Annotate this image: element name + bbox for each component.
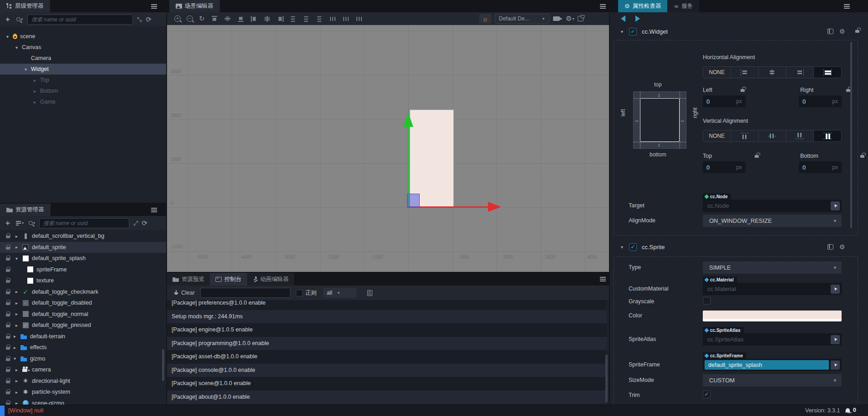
- scene-camera-button[interactable]: ▾: [553, 16, 562, 21]
- nav-forward-button[interactable]: [635, 15, 640, 22]
- trim-checkbox[interactable]: ✓: [703, 391, 711, 398]
- h-align-none-button[interactable]: NONE: [703, 67, 731, 78]
- h-align-right-button[interactable]: [786, 67, 814, 78]
- expand-all-icon[interactable]: ⤢: [133, 220, 138, 227]
- console-clear-button[interactable]: Clear: [173, 290, 195, 296]
- distribute-center-icon[interactable]: [343, 16, 350, 22]
- gizmo-anchor-handle[interactable]: [407, 194, 420, 207]
- asset-item-particle-system[interactable]: ▸✻particle-system: [0, 386, 166, 398]
- assets-refresh-icon[interactable]: ⟳: [142, 219, 147, 227]
- expand-arrow-icon[interactable]: ▾: [15, 45, 22, 50]
- assets-search-type-button[interactable]: ▾: [29, 221, 35, 225]
- expand-arrow-icon[interactable]: ▸: [14, 345, 20, 350]
- v-align-none-button[interactable]: NONE: [703, 130, 731, 141]
- console-log-list[interactable]: [Package] preferences@1.0.0 enableSetup …: [167, 300, 607, 405]
- console-scrollbar[interactable]: [605, 355, 608, 402]
- assets-scrollbar[interactable]: [162, 349, 164, 381]
- bottom-lock-icon[interactable]: [860, 153, 865, 158]
- hierarchy-search-input[interactable]: [27, 15, 133, 25]
- hierarchy-node-scene[interactable]: ▾scene: [0, 31, 166, 42]
- distribute-left-icon[interactable]: [330, 16, 337, 22]
- tab-console[interactable]: 控制台: [210, 273, 247, 286]
- expand-arrow-icon[interactable]: ▸: [15, 311, 22, 316]
- h-align-left-button[interactable]: [731, 67, 759, 78]
- hierarchy-node-canvas[interactable]: ▾Canvas: [0, 42, 166, 53]
- tab-scene[interactable]: 场景编辑器: [169, 0, 220, 12]
- hierarchy-node-widget[interactable]: ▾Widget: [0, 64, 166, 75]
- asset-item-texture[interactable]: texture: [0, 275, 166, 286]
- scene-layout-button[interactable]: [578, 16, 584, 21]
- distribute-bottom-icon[interactable]: [316, 16, 324, 22]
- widget-enabled-checkbox[interactable]: ✓: [629, 28, 637, 35]
- expand-arrow-icon[interactable]: ▸: [34, 78, 40, 83]
- distribute-middle-icon[interactable]: [303, 16, 310, 22]
- expand-arrow-icon[interactable]: ▸: [15, 323, 22, 328]
- scene-view-dropdown[interactable]: Default De… ▼: [495, 14, 549, 24]
- asset-item-effects[interactable]: ▸effects: [0, 342, 166, 353]
- asset-item-default_scrollbar_vertical_bg[interactable]: ▸default_scrollbar_vertical_bg: [0, 231, 166, 242]
- component-settings-icon[interactable]: ⚙: [839, 244, 845, 250]
- assets-search-input[interactable]: [39, 218, 129, 228]
- expand-arrow-icon[interactable]: ▾: [15, 256, 22, 261]
- hierarchy-node-camera[interactable]: Camera: [0, 53, 166, 64]
- scene-menu-icon[interactable]: [600, 4, 606, 5]
- tab-inspector[interactable]: ⚙ 属性检查器: [618, 0, 667, 12]
- hierarchy-node-bottom[interactable]: ▸Bottom: [0, 85, 166, 96]
- statusbar-message[interactable]: [Window] null: [8, 407, 43, 414]
- asset-item-camera[interactable]: ▸camera: [0, 364, 166, 376]
- pick-node-button[interactable]: ➤: [831, 201, 840, 211]
- log-level-dropdown[interactable]: all ▼: [323, 288, 356, 298]
- expand-arrow-icon[interactable]: ▸: [15, 289, 22, 294]
- asset-item-default_toggle_pressed[interactable]: ▸default_toggle_pressed: [0, 320, 166, 331]
- expand-arrow-icon[interactable]: ▾: [14, 356, 20, 361]
- log-file-icon[interactable]: [367, 290, 372, 296]
- assets-menu-icon[interactable]: [151, 208, 157, 209]
- sprite-component-header[interactable]: ▾ ✓ cc.Sprite ⚙: [610, 241, 868, 253]
- distribute-right-icon[interactable]: [356, 16, 363, 22]
- console-log-line[interactable]: [Package] programming@1.0.0 enable: [167, 337, 607, 351]
- h-align-stretch-button[interactable]: [814, 67, 841, 78]
- tab-hierarchy[interactable]: 层级管理器: [0, 0, 50, 12]
- inspector-scrollbar[interactable]: [850, 42, 852, 228]
- bottom-value-input[interactable]: 0 px: [799, 161, 842, 173]
- align-middle-icon[interactable]: [224, 16, 231, 22]
- regex-checkbox[interactable]: [296, 290, 303, 296]
- asset-item-default_toggle_checkmark[interactable]: ▸✓default_toggle_checkmark: [0, 286, 166, 298]
- asset-item-spriteFrame[interactable]: spriteFrame: [0, 264, 166, 276]
- asset-item-directional-light[interactable]: ▸✳directional-light: [0, 376, 166, 387]
- console-log-line[interactable]: [Package] engine@1.0.5 enable: [167, 323, 607, 337]
- distribute-top-icon[interactable]: [290, 16, 297, 22]
- custom-material-field[interactable]: cc.Material ➤: [703, 283, 842, 295]
- align-top-icon[interactable]: [211, 16, 218, 22]
- zoom-in-icon[interactable]: +: [174, 15, 181, 22]
- asset-item-scene-gizmo[interactable]: ▸scene-gizmo: [0, 398, 166, 405]
- top-value-input[interactable]: 0 px: [703, 161, 746, 173]
- help-doc-icon[interactable]: [827, 244, 833, 250]
- hierarchy-node-top[interactable]: ▸Top: [0, 75, 166, 85]
- hierarchy-menu-icon[interactable]: [151, 4, 157, 5]
- expand-arrow-icon[interactable]: ▾: [25, 67, 31, 72]
- expand-arrow-icon[interactable]: ▸: [15, 245, 22, 250]
- h-align-center-button[interactable]: [759, 67, 787, 78]
- create-node-button[interactable]: +: [5, 15, 10, 24]
- bell-icon[interactable]: [845, 408, 850, 413]
- v-align-middle-button[interactable]: [759, 130, 787, 141]
- pick-frame-button[interactable]: ➤: [831, 361, 840, 370]
- hierarchy-node-game[interactable]: ▸Game: [0, 96, 166, 107]
- expand-arrow-icon[interactable]: ▸: [15, 401, 22, 405]
- sprite-color-control[interactable]: [703, 311, 842, 321]
- tab-animation-editor[interactable]: 动画编辑器: [247, 273, 294, 286]
- expand-arrow-icon[interactable]: ▸: [15, 390, 22, 395]
- pick-atlas-button[interactable]: ➤: [831, 335, 840, 344]
- alignmode-dropdown[interactable]: ON_WINDOW_RESIZE ▼: [703, 215, 842, 227]
- grayscale-checkbox[interactable]: ✓: [703, 297, 711, 305]
- asset-item-default-terrain[interactable]: ▸default-terrain: [0, 331, 166, 342]
- scene-gizmo-settings-button[interactable]: ⚙▾: [566, 15, 574, 23]
- hierarchy-search-type-button[interactable]: ▾: [16, 17, 23, 21]
- asset-item-default_toggle_normal[interactable]: ▸default_toggle_normal: [0, 309, 166, 320]
- console-log-line[interactable]: [Package] preferences@1.0.0 enable: [167, 300, 607, 310]
- console-log-line[interactable]: [Package] about@1.0.0 enable: [167, 391, 607, 404]
- expand-arrow-icon[interactable]: ▸: [15, 301, 22, 306]
- widget-component-header[interactable]: ▾ ✓ cc.Widget ⚙: [610, 25, 868, 37]
- gizmo-axis-x[interactable]: [408, 206, 488, 208]
